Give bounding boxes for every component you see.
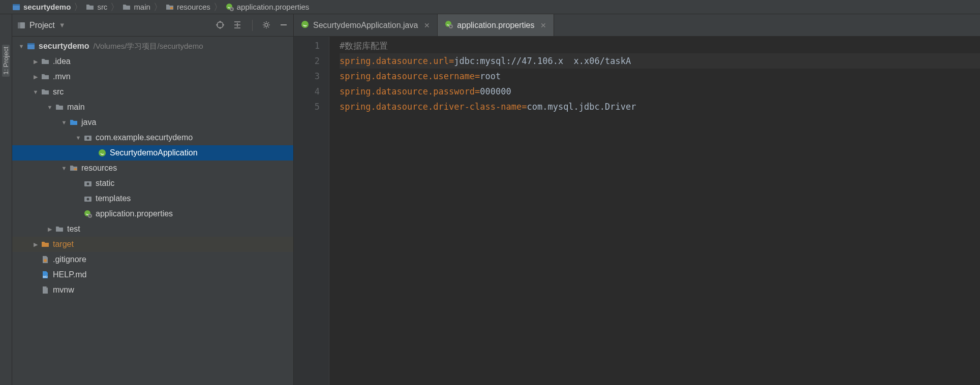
breadcrumb: securtydemo〉src〉main〉resources〉applicati… (0, 0, 980, 14)
tree-node-hint: /Volumes/学习项目/securtydemo (94, 42, 203, 51)
project-tree[interactable]: ▼securtydemo/Volumes/学习项目/securtydemo▶.i… (12, 37, 293, 385)
tree-node-label: target (53, 240, 74, 249)
resources-icon (68, 164, 79, 172)
close-icon[interactable]: ✕ (540, 21, 546, 29)
folder-grey-icon (40, 88, 51, 96)
tab-label: application.properties (457, 21, 534, 30)
code-line[interactable]: spring.datasource.driver-class-name=com.… (340, 99, 980, 114)
project-view-icon (17, 21, 25, 29)
tree-row[interactable]: ▼com.example.securtydemo (12, 130, 293, 145)
tree-node-label: main (67, 103, 85, 112)
code-line[interactable]: spring.datasource.username=root (340, 69, 980, 84)
editor-tab[interactable]: SecurtydemoApplication.java✕ (294, 14, 438, 36)
line-number: 1 (294, 38, 320, 53)
line-number: 4 (294, 84, 320, 99)
code-area[interactable]: #数据库配置spring.datasource.url=jdbc:mysql:/… (329, 37, 980, 385)
folder-icon (86, 3, 94, 11)
tree-row[interactable]: ▶.mvn (12, 69, 293, 84)
tree-row[interactable]: ▼securtydemo/Volumes/学习项目/securtydemo (12, 39, 293, 54)
settings-icon[interactable] (262, 20, 272, 30)
tree-row[interactable]: HELP.md (12, 267, 293, 282)
folder-grey-icon (54, 103, 65, 111)
tree-node-label: application.properties (96, 209, 173, 218)
tree-arrow-icon[interactable]: ▼ (32, 89, 40, 95)
line-gutter: 12345 (294, 37, 329, 385)
line-number: 2 (294, 53, 320, 69)
breadcrumb-separator-icon: 〉 (154, 1, 163, 13)
tree-row[interactable]: ▼src (12, 84, 293, 100)
editor-area: SecurtydemoApplication.java✕application.… (294, 14, 980, 385)
tree-node-label: securtydemo (39, 42, 89, 51)
breadcrumb-label: securtydemo (23, 3, 71, 11)
tree-row[interactable]: application.properties (12, 206, 293, 221)
tool-window-bar: 1: Project (0, 14, 12, 385)
code-line[interactable]: #数据库配置 (340, 38, 980, 53)
tree-row[interactable]: .gitignore (12, 252, 293, 267)
project-tool-button[interactable]: 1: Project (2, 45, 10, 77)
tree-row[interactable]: static (12, 176, 293, 191)
tree-node-label: .gitignore (53, 255, 86, 264)
tree-row[interactable]: ▶.idea (12, 54, 293, 69)
spring-prop-icon (226, 3, 234, 11)
project-panel-title: Project (29, 21, 55, 30)
code-line[interactable]: spring.datasource.url=jdbc:mysql://47.10… (340, 53, 980, 69)
collapse-all-icon[interactable] (233, 20, 243, 30)
breadcrumb-item[interactable]: src (86, 3, 107, 11)
tree-arrow-icon[interactable]: ▼ (17, 43, 25, 49)
tree-row[interactable]: SecurtydemoApplication (12, 145, 293, 161)
tree-row[interactable]: ▼main (12, 100, 293, 115)
svg-rect-14 (18, 22, 20, 28)
tree-arrow-icon[interactable]: ▼ (74, 135, 82, 141)
tree-arrow-icon[interactable]: ▼ (60, 119, 68, 125)
tree-node-label: src (53, 87, 64, 97)
tree-arrow-icon[interactable]: ▶ (32, 74, 40, 80)
editor-content[interactable]: 12345 #数据库配置spring.datasource.url=jdbc:m… (294, 37, 980, 385)
tree-row[interactable]: ▼java (12, 115, 293, 130)
tree-row[interactable]: ▼resources (12, 161, 293, 176)
module-icon (25, 42, 37, 50)
breadcrumb-item[interactable]: securtydemo (12, 3, 71, 11)
spring-prop-icon (82, 210, 94, 218)
close-icon[interactable]: ✕ (424, 21, 430, 29)
resources-icon (166, 3, 174, 11)
breadcrumb-separator-icon: 〉 (110, 1, 119, 13)
hide-icon[interactable] (279, 20, 289, 30)
file-icon (40, 286, 51, 294)
tree-row[interactable]: ▶target (12, 237, 293, 252)
tree-arrow-icon[interactable]: ▶ (46, 226, 54, 233)
tree-node-label: HELP.md (53, 270, 86, 279)
tree-node-label: resources (81, 164, 117, 173)
tree-arrow-icon[interactable]: ▶ (32, 241, 40, 248)
tree-node-label: com.example.securtydemo (96, 133, 193, 142)
tree-row[interactable]: templates (12, 191, 293, 206)
select-opened-file-icon[interactable] (216, 20, 226, 30)
line-number: 3 (294, 69, 320, 84)
breadcrumb-label: main (134, 3, 150, 11)
tree-arrow-icon[interactable]: ▶ (32, 58, 40, 65)
folder-grey-icon (40, 73, 51, 81)
tree-row[interactable]: ▶test (12, 221, 293, 237)
breadcrumb-label: resources (177, 3, 210, 11)
package-icon (82, 134, 94, 142)
tree-arrow-icon[interactable]: ▼ (46, 104, 54, 110)
editor-tab[interactable]: application.properties✕ (438, 14, 554, 36)
spring-class-icon (301, 20, 309, 30)
tree-row[interactable]: mvnw (12, 282, 293, 298)
tree-node-label: .mvn (53, 72, 71, 81)
tree-node-label: static (96, 179, 114, 188)
editor-tabs: SecurtydemoApplication.java✕application.… (294, 14, 980, 37)
dropdown-arrow-icon[interactable]: ▼ (59, 21, 66, 29)
breadcrumb-item[interactable]: resources (166, 3, 210, 11)
tree-arrow-icon[interactable]: ▼ (60, 165, 68, 171)
breadcrumb-item[interactable]: main (122, 3, 150, 11)
divider (252, 20, 253, 31)
spring-prop-icon (445, 20, 453, 30)
breadcrumb-label: application.properties (237, 3, 310, 11)
tree-node-label: .idea (53, 57, 71, 66)
tree-node-label: mvnw (53, 285, 74, 295)
tree-node-label: java (81, 118, 96, 127)
breadcrumb-item[interactable]: application.properties (226, 3, 310, 11)
folder-blue-icon (68, 118, 79, 126)
code-line[interactable]: spring.datasource.password=000000 (340, 84, 980, 99)
breadcrumb-label: src (97, 3, 107, 11)
